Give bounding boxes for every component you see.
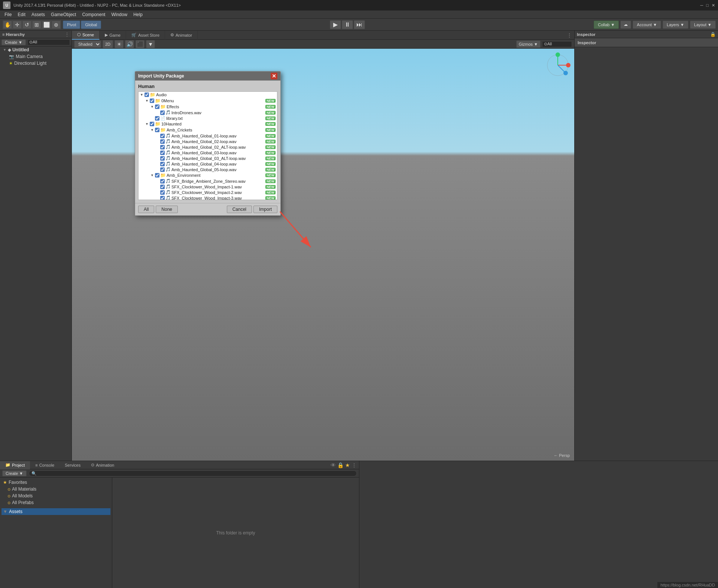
audio-checkbox[interactable]: [144, 93, 149, 97]
dialog-import-btn[interactable]: Import: [253, 206, 277, 213]
hierarchy-tab[interactable]: ≡ Hierarchy: [2, 32, 25, 37]
list-item[interactable]: 🎵 Amb_Haunted_Global_03_ALT-loop.wav NEW: [139, 155, 277, 161]
0menu-checkbox[interactable]: [150, 98, 154, 103]
menu-assets[interactable]: Assets: [28, 11, 48, 18]
list-item[interactable]: 🎵 SFX_Clocktower_Wood_Impact-2.wav NEW: [139, 190, 277, 195]
menu-help[interactable]: Help: [130, 11, 146, 18]
cloud-btn[interactable]: ☁: [620, 21, 631, 29]
menu-gameobject[interactable]: GameObject: [48, 11, 79, 18]
pause-btn[interactable]: ⏸: [342, 20, 353, 29]
favorites-folder[interactable]: ★ Favorites: [1, 479, 110, 486]
list-item[interactable]: 📄 library.txt NEW: [139, 115, 277, 121]
project-tab[interactable]: 📁 Project: [0, 461, 30, 469]
scene-tab[interactable]: ⬡ Scene: [72, 31, 100, 40]
hierarchy-scene[interactable]: ▼ ◈ Untitled: [0, 46, 72, 53]
audio-btn[interactable]: 🔊: [125, 40, 134, 48]
list-item[interactable]: 🎵 SFX_Clocktower_Wood_Impact-3.wav NEW: [139, 195, 277, 200]
dialog-file-list[interactable]: ▼ 📁 Audio ▼ 📁 0Menu NEW ▼ 📁: [138, 91, 277, 200]
gizmos-btn[interactable]: Gizmos ▼: [516, 40, 541, 48]
import-package-dialog[interactable]: Import Unity Package ✕ Human ▼ 📁 Audio ▼…: [135, 71, 281, 216]
scale-tool-btn[interactable]: ⊞: [32, 21, 41, 29]
eye-icon[interactable]: 👁: [331, 462, 336, 468]
scene-search[interactable]: [542, 41, 572, 47]
services-tab[interactable]: Services: [60, 461, 86, 469]
all-materials-item[interactable]: ⊙ All Materials: [1, 486, 110, 492]
multi-tool-btn[interactable]: ⊛: [52, 21, 61, 29]
dialog-all-btn[interactable]: All: [138, 206, 154, 213]
project-create-btn[interactable]: Create ▼: [2, 470, 27, 476]
minimize-btn[interactable]: ─: [700, 3, 703, 8]
collab-btn[interactable]: Collab ▼: [594, 21, 619, 29]
play-btn[interactable]: ▶: [330, 20, 341, 29]
rect-tool-btn[interactable]: ⬜: [42, 21, 51, 29]
list-item[interactable]: 🎵 SFX_Bridge_Ambient_Zone_Stereo.wav NEW: [139, 178, 277, 184]
menu-window[interactable]: Window: [108, 11, 130, 18]
global-btn[interactable]: Global: [81, 21, 101, 29]
animator-tab[interactable]: ⚙ Animator: [165, 31, 198, 40]
list-item[interactable]: ▼ 📁 Audio: [139, 92, 277, 98]
hierarchy-menu-btn[interactable]: ⋮: [65, 32, 69, 37]
menu-edit[interactable]: Edit: [15, 11, 28, 18]
layers-btn[interactable]: Layers ▼: [663, 21, 688, 29]
star-icon-bottom[interactable]: ★: [345, 462, 350, 468]
2d-mode-btn[interactable]: 2D: [103, 40, 113, 48]
dialog-none-btn[interactable]: None: [156, 206, 178, 213]
list-item[interactable]: ▼ 📁 0Menu NEW: [139, 98, 277, 104]
dialog-cancel-btn[interactable]: Cancel: [227, 206, 252, 213]
scene-extras-btn[interactable]: ▼: [146, 40, 155, 48]
effects-btn[interactable]: ⬛: [136, 40, 144, 48]
effects-checkbox[interactable]: [155, 104, 159, 109]
dialog-footer-left: All None: [138, 206, 178, 213]
hand-tool-btn[interactable]: ✋: [3, 21, 12, 29]
move-tool-btn[interactable]: ✛: [13, 21, 22, 29]
project-search-input[interactable]: [29, 470, 357, 476]
lock-icon-bottom[interactable]: 🔒: [337, 462, 344, 468]
list-item[interactable]: ▼ 📁 10Haunted NEW: [139, 121, 277, 127]
pivot-btn[interactable]: Pivot: [63, 21, 80, 29]
folder-icon-crickets: 📁: [160, 127, 166, 133]
list-item[interactable]: 🎵 Amb_Haunted_Global_01-loop.wav NEW: [139, 133, 277, 139]
list-item[interactable]: 🎵 SFX_Clocktower_Wood_Impact-1.wav NEW: [139, 184, 277, 190]
list-item[interactable]: ▼ 📁 Amb_Crickets NEW: [139, 127, 277, 133]
animation-tab[interactable]: ⊙ Animation: [86, 461, 119, 469]
amb-crickets-checkbox[interactable]: [155, 128, 159, 132]
menu-component[interactable]: Component: [79, 11, 108, 18]
shading-mode-dropdown[interactable]: Shaded: [74, 40, 101, 48]
panel-menu-btn[interactable]: ⋮: [352, 462, 357, 468]
step-btn[interactable]: ⏭: [354, 20, 365, 29]
dialog-close-btn[interactable]: ✕: [271, 73, 277, 79]
haunted-03-label: Amb_Haunted_Global_03-loop.wav: [171, 151, 237, 155]
introdrones-checkbox[interactable]: [160, 110, 165, 115]
all-models-item[interactable]: ⊙ All Models: [1, 492, 110, 499]
assets-folder[interactable]: ▼ Assets: [1, 508, 110, 515]
game-tab[interactable]: ▶ Game: [100, 31, 126, 40]
rotate-tool-btn[interactable]: ↺: [22, 21, 31, 29]
list-item[interactable]: 🎵 Amb_Haunted_Global_03-loop.wav NEW: [139, 150, 277, 155]
list-item[interactable]: 🎵 Amb_Haunted_Global_02-loop.wav NEW: [139, 139, 277, 144]
close-btn[interactable]: ✕: [712, 3, 715, 8]
list-item[interactable]: ▼ 📁 Amb_Environment NEW: [139, 172, 277, 178]
list-item[interactable]: 🎵 Amb_Haunted_Global_04-loop.wav NEW: [139, 161, 277, 167]
dialog-content: Human ▼ 📁 Audio ▼ 📁 0Menu NEW: [135, 81, 280, 203]
library-checkbox[interactable]: [155, 116, 159, 121]
menu-file[interactable]: File: [1, 11, 15, 18]
hierarchy-create-btn[interactable]: Create ▼: [1, 39, 26, 45]
account-btn[interactable]: Account ▼: [633, 21, 661, 29]
all-prefabs-item[interactable]: ⊙ All Prefabs: [1, 499, 110, 506]
hierarchy-main-camera[interactable]: 📷 Main Camera: [0, 53, 72, 60]
list-item[interactable]: ▼ 📁 Effects NEW: [139, 104, 277, 110]
list-item[interactable]: 🎵 IntroDrones.wav NEW: [139, 110, 277, 115]
list-item[interactable]: 🎵 Amb_Haunted_Global_02_ALT-loop.wav NEW: [139, 144, 277, 150]
hierarchy-directional-light[interactable]: ☀ Directional Light: [0, 60, 72, 67]
scene-gizmo[interactable]: X Y Z: [544, 52, 571, 79]
console-tab[interactable]: ≡ Console: [30, 461, 60, 469]
layout-btn[interactable]: Layout ▼: [690, 21, 716, 29]
scene-panel-menu[interactable]: ⋮: [567, 32, 572, 38]
list-item[interactable]: 🎵 Amb_Haunted_Global_05-loop.wav NEW: [139, 167, 277, 172]
10haunted-checkbox[interactable]: [150, 122, 154, 126]
hierarchy-search[interactable]: [27, 39, 70, 45]
lighting-btn[interactable]: ☀: [115, 40, 124, 48]
inspector-lock-btn[interactable]: 🔒: [710, 32, 716, 37]
maximize-btn[interactable]: □: [706, 3, 709, 8]
asset-store-tab[interactable]: 🛒 Asset Store: [126, 31, 165, 40]
